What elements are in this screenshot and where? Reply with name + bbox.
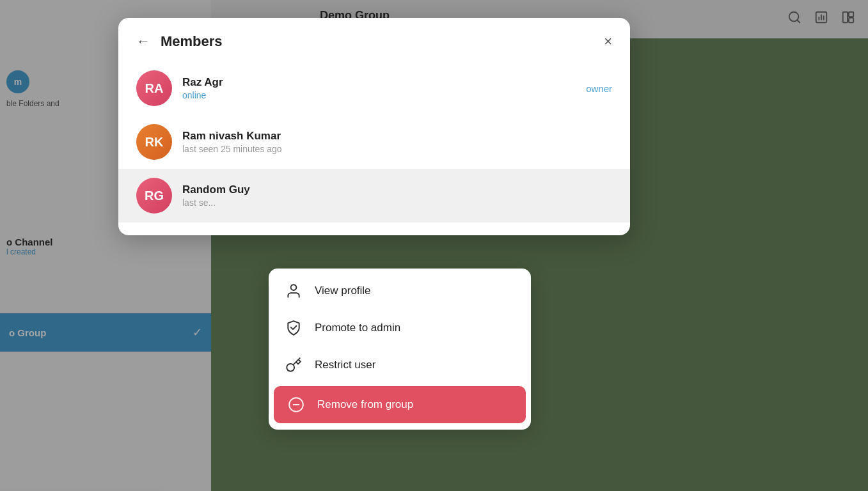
- context-menu-item-remove[interactable]: Remove from group: [274, 386, 526, 423]
- remove-from-group-label: Remove from group: [317, 398, 413, 411]
- context-menu: View profile Promote to admin Restrict u…: [269, 269, 531, 430]
- member-item-random[interactable]: RG Random Guy last se...: [118, 169, 630, 222]
- member-status-random: last se...: [182, 198, 612, 208]
- member-info-ram: Ram nivash Kumar last seen 25 minutes ag…: [182, 130, 612, 154]
- shield-icon: [284, 318, 303, 338]
- svg-point-9: [291, 284, 297, 290]
- modal-close-button[interactable]: ×: [604, 35, 612, 49]
- member-name-raz: Raz Agr: [182, 76, 576, 89]
- member-status-raz: online: [182, 90, 576, 100]
- context-menu-item-view-profile[interactable]: View profile: [269, 272, 531, 309]
- restrict-label: Restrict user: [315, 359, 375, 371]
- member-info-random: Random Guy last se...: [182, 183, 612, 208]
- member-item-ram[interactable]: RK Ram nivash Kumar last seen 25 minutes…: [118, 115, 630, 169]
- minus-circle-icon: [287, 395, 306, 414]
- promote-label: Promote to admin: [315, 322, 400, 334]
- avatar-raz: RA: [136, 70, 172, 106]
- avatar-random: RG: [136, 178, 172, 214]
- context-menu-item-promote[interactable]: Promote to admin: [269, 309, 531, 347]
- person-icon: [284, 281, 303, 300]
- view-profile-label: View profile: [315, 284, 371, 297]
- context-menu-item-restrict[interactable]: Restrict user: [269, 347, 531, 384]
- modal-back-button[interactable]: ←: [136, 35, 150, 49]
- member-info-raz: Raz Agr online: [182, 76, 576, 100]
- modal-header: ← Members ×: [118, 18, 630, 61]
- member-item-raz[interactable]: RA Raz Agr online owner: [118, 61, 630, 115]
- member-name-ram: Ram nivash Kumar: [182, 130, 612, 143]
- modal-title: Members: [161, 33, 604, 50]
- member-status-ram: last seen 25 minutes ago: [182, 144, 612, 154]
- members-modal: ← Members × RA Raz Agr online owner RK R…: [118, 18, 630, 235]
- member-role-raz: owner: [586, 83, 612, 94]
- member-name-random: Random Guy: [182, 183, 612, 196]
- avatar-ram: RK: [136, 124, 172, 160]
- key-icon: [284, 355, 303, 375]
